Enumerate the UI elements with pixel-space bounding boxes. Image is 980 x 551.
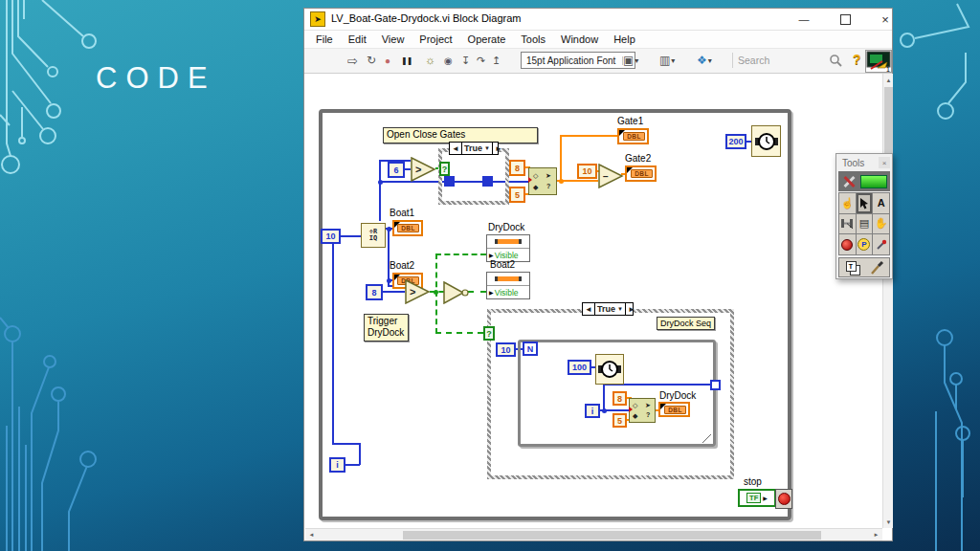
abort-icon[interactable]: ● [385, 52, 390, 69]
boat2-caption: Boat2 [390, 260, 414, 271]
case-selector-gates[interactable]: ◄ True▼ ► [449, 142, 499, 155]
run-icon[interactable]: ⇨ [347, 52, 358, 69]
not-function[interactable] [443, 281, 470, 304]
set-color-tool[interactable]: T [839, 258, 864, 276]
tools-palette-header[interactable]: Tools × [836, 154, 892, 171]
scroll-up-icon[interactable]: ▲ [883, 75, 894, 85]
case-next-icon[interactable]: ► [626, 303, 637, 315]
select-function[interactable]: ◇ ◆ ➤ ? [528, 167, 557, 195]
slide-control-icon [495, 239, 522, 244]
loop-output-tunnel [710, 380, 721, 390]
constant-6[interactable]: 6 [388, 162, 405, 178]
horizontal-scrollbar[interactable]: ◄ ► [305, 528, 882, 540]
block-diagram-canvas[interactable]: Open Close Gates [305, 74, 882, 528]
wiring-tool[interactable] [839, 214, 856, 234]
iteration-terminal-while[interactable]: i [329, 457, 345, 473]
iteration-terminal-for[interactable]: i [585, 404, 600, 418]
wait-ms-icon[interactable] [751, 125, 781, 157]
case-next-icon[interactable]: ► [493, 143, 504, 154]
scroll-hand-tool[interactable]: ✋ [873, 214, 889, 234]
scrollbar-thumb[interactable] [403, 531, 821, 540]
context-help-icon[interactable]: ? [853, 52, 861, 67]
select-function-2[interactable]: ◇ ◆ ➤ ? [629, 398, 656, 423]
scroll-left-icon[interactable]: ◄ [306, 529, 317, 540]
cleanup-diagram-icon[interactable]: ❖▾ [697, 52, 712, 69]
greater-than-function-2[interactable]: > [405, 279, 431, 304]
trigger-drydock-label[interactable]: TriggerDryDock [364, 314, 409, 342]
constant-100[interactable]: 100 [568, 360, 591, 375]
probe-tool[interactable]: P [857, 234, 873, 254]
menu-window[interactable]: Window [553, 33, 606, 45]
loop-count-terminal[interactable]: N [523, 342, 538, 356]
greater-than-function[interactable]: > [411, 157, 436, 182]
constant-5[interactable]: 5 [509, 187, 525, 203]
constant-8-left[interactable]: 8 [366, 284, 383, 300]
operate-value-tool[interactable]: ☝ [839, 193, 856, 213]
case-selector-terminal-seq[interactable]: ? [483, 326, 495, 341]
auto-tool-select-row[interactable] [838, 171, 890, 191]
drydock-seq-label[interactable]: DryDock Seq [657, 317, 715, 330]
menu-edit[interactable]: Edit [341, 33, 374, 45]
step-over-icon[interactable]: ↷ [477, 52, 485, 69]
constant-8[interactable]: 8 [509, 160, 525, 176]
highlight-execution-icon[interactable]: ☼ [425, 52, 435, 69]
position-select-tool[interactable] [857, 193, 873, 213]
search-icon[interactable] [829, 54, 843, 68]
shortcut-menu-tool[interactable]: ▤ [857, 214, 873, 234]
constant-200[interactable]: 200 [725, 134, 746, 149]
gate1-indicator[interactable]: DBL [617, 128, 649, 144]
step-into-icon[interactable]: ↧ [461, 52, 470, 69]
menu-project[interactable]: Project [412, 33, 459, 45]
menu-view[interactable]: View [374, 33, 412, 45]
constant-10-for[interactable]: 10 [496, 342, 516, 357]
vertical-scrollbar[interactable]: ▲ ▼ [882, 74, 893, 528]
maximize-button[interactable] [829, 9, 861, 30]
boat2-property-node[interactable]: ▶ Visible [486, 272, 530, 299]
vi-icon[interactable]: 1 [865, 50, 892, 73]
constant-8-seq[interactable]: 8 [612, 391, 627, 406]
breakpoint-tool[interactable] [839, 234, 856, 254]
quotient-remainder-function[interactable]: ÷R IQ [361, 223, 386, 248]
distribute-glyph: ▥ [659, 54, 670, 67]
pause-icon[interactable]: ❚❚ [401, 52, 412, 69]
boat1-indicator[interactable]: DBL [392, 220, 423, 236]
subtract-function[interactable]: − [598, 164, 624, 188]
get-color-tool[interactable] [873, 234, 889, 254]
run-continuous-icon[interactable]: ↻ [367, 52, 376, 69]
resize-corner[interactable] [702, 434, 711, 443]
gate2-indicator[interactable]: DBL [625, 165, 657, 182]
retain-wire-values-icon[interactable]: ◉ [444, 52, 453, 69]
align-objects-icon[interactable]: ▣▾ [623, 52, 638, 69]
drydock-property-node[interactable]: ▶ Visible [486, 234, 530, 262]
vi-icon-badge: 1 [886, 66, 890, 73]
stop-control[interactable]: TF ▶ [738, 489, 776, 507]
scroll-down-icon[interactable]: ▼ [883, 517, 894, 527]
case-selector-terminal[interactable]: ? [439, 162, 450, 176]
wait-ms-icon-2[interactable] [595, 354, 624, 385]
constant-5-seq[interactable]: 5 [612, 413, 627, 428]
case-selector-seq[interactable]: ◄ True▼ ► [582, 302, 634, 316]
case-prev-icon[interactable]: ◄ [583, 303, 594, 315]
drydock-indicator[interactable]: DBL [658, 402, 690, 417]
tools-palette[interactable]: Tools × ☝ A [835, 153, 893, 279]
case-prev-icon[interactable]: ◄ [450, 143, 461, 154]
constant-10-left[interactable]: 10 [321, 229, 341, 244]
font-selector[interactable]: 15pt Application Font ▾ [521, 52, 635, 69]
scrollbar-thumb[interactable] [884, 87, 893, 153]
step-out-icon[interactable]: ↥ [492, 52, 501, 69]
menu-help[interactable]: Help [606, 33, 643, 45]
menu-file[interactable]: File [308, 33, 341, 45]
scroll-right-icon[interactable]: ► [871, 529, 881, 540]
close-button[interactable]: × [869, 9, 902, 30]
case-dropdown-icon: ▼ [484, 145, 490, 151]
tools-palette-close-icon[interactable]: × [879, 157, 890, 168]
menu-tools[interactable]: Tools [513, 33, 553, 45]
paint-brush-tool[interactable] [864, 258, 889, 276]
search-input[interactable]: Search [738, 55, 769, 66]
loop-condition-terminal[interactable] [775, 489, 792, 509]
minimize-button[interactable]: — [788, 9, 820, 30]
menu-operate[interactable]: Operate [460, 33, 514, 45]
distribute-objects-icon[interactable]: ▥▾ [659, 52, 675, 69]
edit-text-tool[interactable]: A [873, 193, 889, 213]
constant-10-gate[interactable]: 10 [577, 164, 597, 179]
